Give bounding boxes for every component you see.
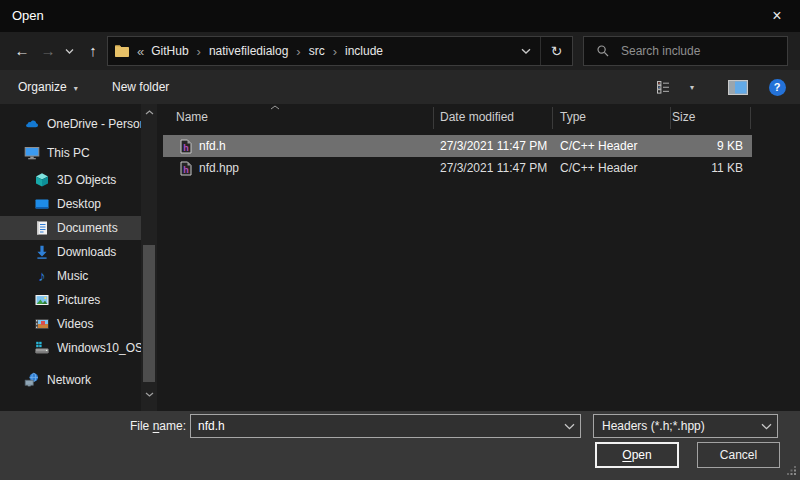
chevron-down-icon xyxy=(65,48,74,54)
column-header-size[interactable]: Size xyxy=(672,110,695,124)
scroll-up-button[interactable] xyxy=(141,104,157,120)
scroll-down-button[interactable] xyxy=(141,386,157,402)
organize-button[interactable]: Organize ▾ xyxy=(18,70,78,104)
breadcrumb-item-nativefiledialog[interactable]: nativefiledialog xyxy=(202,44,295,58)
header-file-icon: h xyxy=(180,139,192,154)
breadcrumb-overflow-icon[interactable]: « xyxy=(137,44,144,59)
sidebar-item-this-pc[interactable]: This PC xyxy=(0,141,141,165)
back-button[interactable]: ← xyxy=(8,32,36,70)
view-dropdown-button[interactable]: ▾ xyxy=(684,83,700,92)
filetype-value: Headers (*.h;*.hpp) xyxy=(602,415,705,437)
cancel-label: Cancel xyxy=(720,448,757,462)
address-dropdown-button[interactable] xyxy=(512,37,540,65)
sidebar-item-label: This PC xyxy=(47,146,90,160)
file-type: C/C++ Header xyxy=(552,139,670,153)
file-name: nfd.h xyxy=(199,139,226,153)
help-button[interactable]: ? xyxy=(766,79,788,96)
sidebar-scrollbar[interactable] xyxy=(141,104,157,411)
sidebar-item-label: Network xyxy=(47,373,91,387)
file-date-modified: 27/3/2021 11:47 PM xyxy=(433,139,552,153)
scrollbar-thumb[interactable] xyxy=(143,245,155,382)
file-row-nfd-hpp[interactable]: h nfd.hpp 27/3/2021 11:47 PM C/C++ Heade… xyxy=(163,157,752,179)
filename-label-pre: File xyxy=(130,419,153,433)
file-size: 9 KB xyxy=(670,139,752,153)
3d-objects-icon xyxy=(34,172,50,188)
navigation-bar: ← → ↑ « GitHub › nativefiledialog › src … xyxy=(0,32,800,70)
dialog-footer: File name: Headers (*.h;*.hpp) Open Canc… xyxy=(0,411,800,480)
column-header-row: Name Date modified Type Size xyxy=(157,104,800,131)
new-folder-label: New folder xyxy=(112,80,169,94)
column-divider[interactable] xyxy=(750,107,751,129)
sidebar-item-pictures[interactable]: Pictures xyxy=(0,288,141,312)
downloads-icon xyxy=(34,244,50,260)
filename-label: File name: xyxy=(0,414,186,438)
file-size: 11 KB xyxy=(670,161,752,175)
filetype-dropdown-button[interactable] xyxy=(755,415,777,437)
caret-up-icon xyxy=(145,110,154,115)
resize-grip[interactable] xyxy=(787,466,797,476)
sidebar-item-onedrive[interactable]: OneDrive - Persor xyxy=(0,112,141,136)
search-icon xyxy=(596,44,610,58)
column-header-date-modified[interactable]: Date modified xyxy=(440,110,514,124)
column-divider[interactable] xyxy=(433,107,434,129)
documents-icon xyxy=(34,220,50,236)
this-pc-icon xyxy=(24,145,40,161)
column-header-type[interactable]: Type xyxy=(560,110,586,124)
breadcrumb-item-src[interactable]: src xyxy=(302,44,332,58)
sidebar-item-label: Desktop xyxy=(57,197,101,211)
organize-label: Organize xyxy=(18,80,67,94)
sidebar-item-3d-objects[interactable]: 3D Objects xyxy=(0,168,141,192)
folder-icon xyxy=(114,44,130,58)
sidebar-item-label: 3D Objects xyxy=(57,173,116,187)
cancel-button[interactable]: Cancel xyxy=(697,442,780,468)
sidebar-item-network[interactable]: Network xyxy=(0,368,141,392)
sidebar-item-music[interactable]: ♪ Music xyxy=(0,264,141,288)
filename-dropdown-button[interactable] xyxy=(558,415,580,437)
new-folder-button[interactable]: New folder xyxy=(112,70,169,104)
search-placeholder: Search include xyxy=(621,44,700,58)
breadcrumb-item-include[interactable]: include xyxy=(338,44,390,58)
filename-input[interactable] xyxy=(191,415,558,437)
forward-icon: → xyxy=(41,42,56,59)
refresh-button[interactable]: ↻ xyxy=(540,37,572,65)
sidebar-item-documents[interactable]: Documents xyxy=(0,216,141,240)
desktop-icon xyxy=(34,196,50,212)
filename-label-post: ame: xyxy=(159,419,186,433)
preview-pane-button[interactable] xyxy=(726,80,750,95)
sidebar-item-videos[interactable]: Videos xyxy=(0,312,141,336)
recent-locations-button[interactable] xyxy=(60,32,78,70)
sidebar-item-label: Documents xyxy=(57,221,118,235)
change-view-button[interactable] xyxy=(652,80,678,94)
forward-button[interactable]: → xyxy=(36,32,60,70)
sidebar-item-windows-drive[interactable]: Windows10_OS ( xyxy=(0,336,141,360)
sidebar-item-label: Videos xyxy=(57,317,93,331)
window-title: Open xyxy=(12,0,44,32)
address-bar[interactable]: « GitHub › nativefiledialog › src › incl… xyxy=(107,36,573,66)
sort-ascending-icon xyxy=(270,105,280,110)
sidebar-item-desktop[interactable]: Desktop xyxy=(0,192,141,216)
sidebar-item-label: Downloads xyxy=(57,245,116,259)
network-icon xyxy=(24,372,40,388)
column-header-name[interactable]: Name xyxy=(176,110,208,124)
sidebar-item-label: Windows10_OS ( xyxy=(57,341,141,355)
up-button[interactable]: ↑ xyxy=(80,32,106,70)
column-divider[interactable] xyxy=(552,107,553,129)
svg-text:h: h xyxy=(183,142,189,152)
search-input[interactable]: Search include xyxy=(583,36,788,66)
sidebar-item-downloads[interactable]: Downloads xyxy=(0,240,141,264)
file-list: Name Date modified Type Size h nfd.h xyxy=(157,104,800,411)
music-icon: ♪ xyxy=(38,268,46,284)
column-divider[interactable] xyxy=(670,107,671,129)
filetype-select[interactable]: Headers (*.h;*.hpp) xyxy=(593,414,778,438)
close-button[interactable]: × xyxy=(754,0,800,32)
filename-combobox xyxy=(190,414,581,438)
file-row-nfd-h[interactable]: h nfd.h 27/3/2021 11:47 PM C/C++ Header … xyxy=(163,135,752,157)
header-file-icon: h xyxy=(180,161,192,176)
chevron-down-icon xyxy=(761,423,772,430)
caret-down-icon xyxy=(145,392,154,397)
open-dialog-window: Open × ← → ↑ « GitHub › nativefiledialog… xyxy=(0,0,800,480)
breadcrumb-item-github[interactable]: GitHub xyxy=(144,44,195,58)
dropdown-arrow-icon: ▾ xyxy=(690,83,694,92)
file-name: nfd.hpp xyxy=(199,161,239,175)
open-button[interactable]: Open xyxy=(595,442,679,468)
